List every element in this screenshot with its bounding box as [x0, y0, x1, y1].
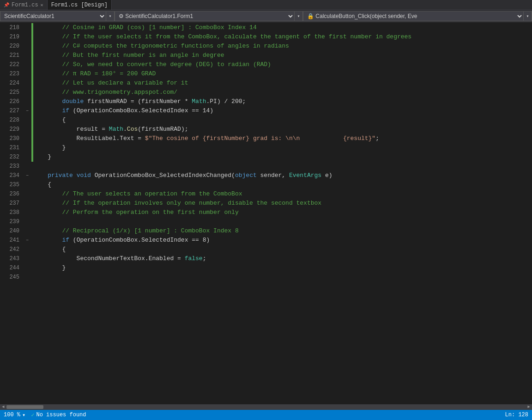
gutter-collapse	[23, 88, 31, 97]
line-number: 227	[4, 106, 19, 116]
gutter-collapse	[23, 217, 31, 226]
code-line[interactable]	[33, 162, 532, 171]
code-line[interactable]: }	[33, 263, 532, 273]
code-line[interactable]: // If the operation involves only one nu…	[33, 199, 532, 208]
gutter-collapse	[23, 51, 31, 60]
class-dropdown-arrow[interactable]: ▾	[295, 11, 303, 21]
scrollbar-thumb[interactable]	[6, 405, 43, 409]
line-number: 241	[4, 236, 19, 245]
code-line[interactable]: // C# computes the trigonometric functio…	[33, 42, 532, 51]
line-number: 233	[4, 162, 19, 171]
horizontal-scrollbar[interactable]: ◄ ►	[0, 404, 532, 410]
gutter-collapse[interactable]: −	[23, 236, 31, 245]
class-dropdown[interactable]: ⚙ ScientificCalculator1.Form1	[115, 11, 295, 21]
gutter-collapse	[23, 189, 31, 199]
gutter-collapse	[23, 180, 31, 189]
scrollbar-track[interactable]	[6, 405, 526, 409]
gutter-collapse	[23, 162, 31, 171]
scroll-left-btn[interactable]: ◄	[0, 404, 6, 410]
gutter-collapse[interactable]: −	[23, 171, 31, 180]
line-number: 236	[4, 189, 19, 199]
code-line[interactable]: if (OperationComboBox.SelectedIndex == 8…	[33, 236, 532, 245]
code-line[interactable]: // Cosine in GRAD (cos) [1 number] : Com…	[33, 23, 532, 32]
issues-text: No issues found	[36, 412, 86, 418]
code-line[interactable]: // The user selects an operation from th…	[33, 189, 532, 199]
gutter-collapse	[23, 42, 31, 51]
line-number: 219	[4, 32, 19, 42]
code-line[interactable]: SecondNumberTextBox.Enabled = false;	[33, 254, 532, 263]
issues-indicator[interactable]: ✓ No issues found	[31, 412, 86, 419]
zoom-arrow-icon[interactable]: ▾	[22, 412, 25, 419]
scroll-right-btn[interactable]: ►	[526, 404, 532, 410]
gutter-collapse	[23, 263, 31, 273]
gutter-collapse[interactable]: −	[23, 106, 31, 116]
line-number: 221	[4, 51, 19, 60]
line-number: 244	[4, 263, 19, 273]
code-gutter: −−−	[23, 22, 31, 404]
line-number: 232	[4, 152, 19, 162]
tab-form1-cs[interactable]: 📌 Form1.cs ✕	[0, 0, 48, 10]
code-line[interactable]: if (OperationComboBox.SelectedIndex == 1…	[33, 106, 532, 116]
line-number: 228	[4, 116, 19, 125]
code-line[interactable]: // So, we need to convert the degree (DE…	[33, 60, 532, 69]
tab-label: Form1.cs	[12, 2, 38, 8]
code-line[interactable]: {	[33, 180, 532, 189]
method-dropdown-arrow[interactable]: ▾	[524, 11, 532, 21]
line-number: 225	[4, 88, 19, 97]
code-line[interactable]: }	[33, 152, 532, 162]
line-info: Ln: 128	[505, 412, 528, 418]
code-line[interactable]	[33, 217, 532, 226]
gutter-collapse	[23, 152, 31, 162]
gutter-collapse	[23, 143, 31, 152]
code-line[interactable]: ResultLabel.Text = $"The cosine of {firs…	[33, 134, 532, 143]
close-icon[interactable]: ✕	[41, 2, 43, 8]
line-number: 238	[4, 208, 19, 217]
check-icon: ✓	[31, 412, 34, 419]
line-numbers: 2182192202212222232242252262272282292302…	[0, 22, 23, 404]
code-line[interactable]: {	[33, 116, 532, 125]
tab-label: Form1.cs [Design]	[51, 2, 108, 8]
line-number: 240	[4, 226, 19, 236]
line-number: 223	[4, 69, 19, 79]
line-number: 242	[4, 245, 19, 254]
zoom-label: 100 %	[4, 412, 20, 418]
line-number: 218	[4, 23, 19, 32]
code-line[interactable]: // π RAD = 180° = 200 GRAD	[33, 69, 532, 79]
line-number: 245	[4, 273, 19, 282]
line-number: 235	[4, 180, 19, 189]
gutter-collapse	[23, 125, 31, 134]
gutter-collapse	[23, 254, 31, 263]
code-line[interactable]: // Let us declare a variable for it	[33, 79, 532, 88]
code-line[interactable]: // Reciprocal (1/x) [1 number] : ComboBo…	[33, 226, 532, 236]
code-line[interactable]	[33, 273, 532, 282]
line-number: 243	[4, 254, 19, 263]
status-bar: 100 % ▾ ✓ No issues found Ln: 128	[0, 410, 532, 420]
zoom-control[interactable]: 100 % ▾	[4, 412, 25, 419]
gutter-collapse	[23, 23, 31, 32]
code-line[interactable]: // If the user selects it from the Combo…	[33, 32, 532, 42]
code-line[interactable]: // Perform the operation on the first nu…	[33, 208, 532, 217]
code-line[interactable]: double firstNumRAD = (firstNumber * Math…	[33, 97, 532, 106]
gutter-collapse	[23, 199, 31, 208]
project-dropdown[interactable]: ScientificCalculator1	[0, 11, 106, 21]
gutter-collapse	[23, 79, 31, 88]
gutter-collapse	[23, 32, 31, 42]
code-line[interactable]: }	[33, 143, 532, 152]
code-line[interactable]: // But the first number is an angle in d…	[33, 51, 532, 60]
method-dropdown[interactable]: 🔒 CalculateButton_Click(object sender, E…	[303, 11, 524, 21]
code-editor: 2182192202212222232242252262272282292302…	[0, 22, 532, 404]
project-dropdown-arrow[interactable]: ▾	[106, 11, 115, 21]
code-lines[interactable]: // Cosine in GRAD (cos) [1 number] : Com…	[33, 22, 532, 404]
code-line[interactable]: {	[33, 245, 532, 254]
code-line[interactable]: private void OperationComboBox_SelectedI…	[33, 171, 532, 180]
code-line[interactable]: result = Math.Cos(firstNumRAD);	[33, 125, 532, 134]
pin-icon: 📌	[4, 2, 9, 8]
gutter-collapse	[23, 208, 31, 217]
gutter-collapse	[23, 245, 31, 254]
tab-form1-design[interactable]: Form1.cs [Design]	[48, 0, 112, 10]
gutter-collapse	[23, 226, 31, 236]
code-line[interactable]: // www.trigonometry.appspot.com/	[33, 88, 532, 97]
dropdown-bar: ScientificCalculator1 ▾ ⚙ ScientificCalc…	[0, 10, 532, 22]
line-number: 229	[4, 125, 19, 134]
line-number: 226	[4, 97, 19, 106]
